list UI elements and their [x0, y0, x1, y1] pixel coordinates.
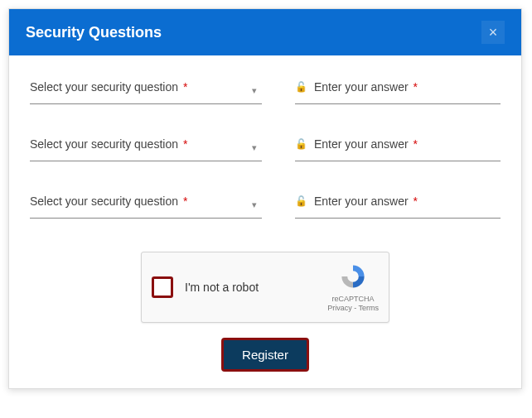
unlock-icon: 🔓 — [295, 81, 307, 93]
answer-input-1[interactable]: 🔓 Enter your answer * — [295, 80, 501, 104]
recaptcha-widget: I'm not a robot reCAPTCHA Privacy - Term… — [141, 252, 389, 323]
answer-label: 🔓 Enter your answer * — [295, 137, 501, 151]
question-label-text: Select your security question — [30, 137, 178, 151]
required-mark: * — [414, 137, 418, 151]
required-mark: * — [183, 137, 187, 151]
question-row-1: Select your security question * ▾ 🔓 Ente… — [30, 80, 501, 104]
captcha-container: I'm not a robot reCAPTCHA Privacy - Term… — [30, 252, 501, 323]
chevron-down-icon: ▾ — [252, 199, 257, 210]
unlock-icon: 🔓 — [295, 195, 307, 207]
required-mark: * — [183, 195, 187, 208]
required-mark: * — [414, 195, 418, 208]
security-questions-modal: Security Questions × Select your securit… — [8, 8, 522, 389]
answer-input-3[interactable]: 🔓 Enter your answer * — [295, 195, 501, 219]
recaptcha-label: I'm not a robot — [185, 281, 327, 294]
recaptcha-checkbox[interactable] — [152, 276, 173, 298]
modal-header: Security Questions × — [9, 9, 521, 55]
question-label-text: Select your security question — [30, 80, 178, 94]
modal-title: Security Questions — [26, 24, 162, 41]
security-question-select-3[interactable]: Select your security question * ▾ — [30, 195, 262, 219]
question-label-text: Select your security question — [30, 195, 178, 208]
security-question-select-1[interactable]: Select your security question * ▾ — [30, 80, 262, 104]
answer-label: 🔓 Enter your answer * — [295, 80, 501, 94]
answer-label-text: Enter your answer — [314, 137, 409, 151]
chevron-down-icon: ▾ — [252, 85, 257, 96]
recaptcha-links[interactable]: Privacy - Terms — [327, 304, 379, 313]
register-button[interactable]: Register — [221, 338, 309, 372]
security-question-select-2[interactable]: Select your security question * ▾ — [30, 137, 262, 161]
close-button[interactable]: × — [481, 21, 505, 44]
recaptcha-brand-text: reCAPTCHA — [327, 295, 379, 304]
question-row-2: Select your security question * ▾ 🔓 Ente… — [30, 137, 501, 161]
required-mark: * — [414, 80, 418, 94]
button-row: Register — [30, 338, 501, 372]
question-label: Select your security question * — [30, 195, 262, 208]
required-mark: * — [183, 80, 187, 94]
question-label: Select your security question * — [30, 80, 262, 94]
chevron-down-icon: ▾ — [252, 142, 257, 153]
modal-body: Select your security question * ▾ 🔓 Ente… — [9, 55, 521, 388]
answer-input-2[interactable]: 🔓 Enter your answer * — [295, 137, 501, 161]
question-row-3: Select your security question * ▾ 🔓 Ente… — [30, 195, 501, 219]
unlock-icon: 🔓 — [295, 138, 307, 150]
question-label: Select your security question * — [30, 137, 262, 151]
answer-label: 🔓 Enter your answer * — [295, 195, 501, 208]
recaptcha-brand: reCAPTCHA Privacy - Terms — [327, 262, 379, 312]
recaptcha-icon — [339, 262, 367, 291]
answer-label-text: Enter your answer — [314, 195, 409, 208]
close-icon: × — [489, 24, 498, 41]
answer-label-text: Enter your answer — [314, 80, 409, 94]
